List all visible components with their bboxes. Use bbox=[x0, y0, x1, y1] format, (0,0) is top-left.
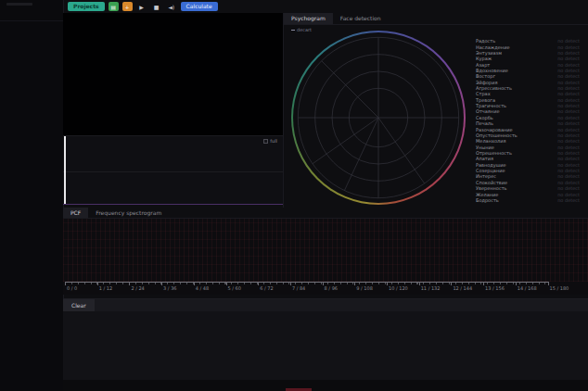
emotion-name: Скорбь bbox=[476, 115, 493, 120]
psychogram-chart bbox=[291, 31, 466, 205]
emotion-value: no detect bbox=[557, 62, 580, 68]
psychogram-panel: Psychogram Face detection decart bbox=[283, 13, 588, 208]
play-icon[interactable]: ▶ bbox=[136, 2, 147, 11]
main-toolbar: Projects ▤ + ▶ ■ ◄) Calculate bbox=[63, 0, 588, 13]
axis-tick-label: 8 / 96 bbox=[323, 285, 338, 291]
axis-tick-label: 15 / 180 bbox=[548, 285, 569, 291]
axis-tick-label: 10 / 120 bbox=[387, 285, 408, 291]
emotion-name: Радость bbox=[476, 38, 495, 44]
emotion-value: no detect bbox=[557, 173, 580, 179]
spectrogram-tabbar: PCF Frequency spectrogram bbox=[63, 208, 588, 219]
emotion-value: no detect bbox=[557, 185, 580, 191]
emotion-value: no detect bbox=[557, 85, 580, 91]
playhead-cursor[interactable] bbox=[64, 136, 66, 205]
emotion-row: Бодростьno detect bbox=[472, 197, 588, 203]
spectrogram-grid bbox=[63, 219, 588, 282]
emotion-name: Бодрость bbox=[476, 197, 499, 203]
axis-tick-label: 4 / 48 bbox=[194, 285, 209, 291]
tab-pcf[interactable]: PCF bbox=[63, 208, 88, 218]
emotion-name: Равнодушие bbox=[476, 162, 506, 168]
add-icon[interactable]: + bbox=[122, 2, 133, 11]
psychogram-grid bbox=[291, 31, 466, 205]
speaker-icon[interactable]: ◄) bbox=[166, 2, 177, 11]
emotion-value: no detect bbox=[557, 97, 580, 103]
emotion-value: no detect bbox=[557, 68, 580, 73]
emotion-value: no detect bbox=[557, 120, 580, 126]
waveform-panel[interactable]: full bbox=[63, 136, 283, 205]
emotion-value: no detect bbox=[557, 73, 580, 79]
axis-tick-label: 12 / 144 bbox=[451, 285, 472, 291]
spectrogram-panel: 0 / 01 / 122 / 243 / 364 / 485 / 606 / 7… bbox=[63, 219, 588, 295]
emotion-name: Уверенность bbox=[476, 185, 507, 191]
tab-psychogram[interactable]: Psychogram bbox=[284, 13, 333, 24]
emotion-name: Интерес bbox=[476, 173, 496, 179]
emotion-name: Отчаяние bbox=[476, 108, 499, 114]
status-strip bbox=[63, 380, 588, 391]
full-view-toggle[interactable]: full bbox=[263, 138, 277, 144]
tab-face-detection[interactable]: Face detection bbox=[333, 13, 389, 24]
emotion-name: Агрессивность bbox=[476, 85, 512, 91]
emotion-name: Меланхолия bbox=[476, 138, 505, 144]
clear-button[interactable]: Clear bbox=[63, 299, 95, 311]
console-toolbar: Clear bbox=[63, 298, 588, 311]
emotion-value: no detect bbox=[557, 180, 580, 185]
tab-frequency-spectrogram[interactable]: Frequency spectrogram bbox=[88, 208, 169, 218]
psychogram-tabbar: Psychogram Face detection bbox=[284, 13, 588, 25]
checkbox-icon[interactable] bbox=[263, 139, 268, 144]
emotion-name: Апатия bbox=[476, 156, 493, 161]
emotion-name: Отрешенность bbox=[476, 150, 512, 156]
console-output bbox=[63, 311, 588, 380]
emotion-name: Уныние bbox=[476, 145, 494, 150]
emotion-value: no detect bbox=[557, 192, 580, 197]
emotion-value: no detect bbox=[557, 91, 580, 96]
time-axis-labels: 0 / 01 / 122 / 243 / 364 / 485 / 606 / 7… bbox=[63, 285, 588, 293]
axis-tick-label: 5 / 60 bbox=[226, 285, 241, 291]
projects-button[interactable]: Projects bbox=[68, 2, 105, 11]
emotion-value: no detect bbox=[557, 150, 580, 156]
emotion-value: no detect bbox=[557, 38, 580, 44]
stop-icon[interactable]: ■ bbox=[151, 2, 162, 11]
emotion-name: Созерцание bbox=[476, 168, 505, 173]
emotion-value: no detect bbox=[557, 138, 580, 144]
emotion-value: no detect bbox=[557, 127, 580, 132]
emotion-value: no detect bbox=[557, 132, 580, 138]
emotion-name: Вдохновение bbox=[476, 68, 508, 73]
axis-tick-label: 14 / 168 bbox=[516, 285, 537, 291]
sidebar-title-placeholder bbox=[6, 3, 32, 6]
axis-tick-label: 11 / 132 bbox=[419, 285, 441, 291]
emotion-name: Печаль bbox=[476, 120, 493, 126]
emotion-value: no detect bbox=[557, 156, 580, 161]
waveform-baseline bbox=[63, 171, 283, 172]
emotion-name: Восторг bbox=[476, 73, 495, 79]
projects-sidebar bbox=[0, 0, 64, 391]
time-axis-minor-ticks bbox=[65, 283, 549, 284]
emotion-name: Кураж bbox=[476, 56, 492, 61]
axis-tick-label: 6 / 72 bbox=[258, 285, 273, 291]
axis-tick-label: 9 / 108 bbox=[354, 285, 373, 291]
emotion-name: Тревога bbox=[476, 97, 495, 103]
emotion-value: no detect bbox=[557, 56, 580, 61]
axis-tick-label: 13 / 156 bbox=[483, 285, 505, 291]
emotion-value: no detect bbox=[557, 44, 580, 50]
emotion-value: no detect bbox=[557, 162, 580, 168]
emotion-list: Радостьno detectНаслаждениеno detectЭнту… bbox=[472, 38, 588, 203]
emotion-value: no detect bbox=[557, 197, 580, 203]
sidebar-divider bbox=[0, 20, 63, 21]
calculate-button[interactable]: Calculate bbox=[181, 2, 218, 11]
emotion-value: no detect bbox=[557, 145, 580, 150]
emotion-value: no detect bbox=[557, 115, 580, 120]
video-preview bbox=[63, 13, 283, 136]
emotion-value: no detect bbox=[557, 80, 580, 85]
app-window: Projects ▤ + ▶ ■ ◄) Calculate full Psych… bbox=[0, 0, 588, 391]
emotion-name: Желание bbox=[476, 192, 498, 197]
emotion-name: Страх bbox=[476, 91, 491, 96]
document-icon[interactable]: ▤ bbox=[109, 2, 119, 11]
emotion-value: no detect bbox=[557, 168, 580, 173]
emotion-name: Опустошенность bbox=[476, 132, 518, 138]
emotion-value: no detect bbox=[557, 108, 580, 114]
emotion-name: Наслаждение bbox=[476, 44, 509, 50]
emotion-name: Спокойствие bbox=[476, 180, 507, 185]
emotion-name: Эйфория bbox=[476, 80, 498, 85]
full-toggle-label: full bbox=[270, 138, 277, 144]
axis-tick-label: 7 / 84 bbox=[290, 285, 305, 291]
